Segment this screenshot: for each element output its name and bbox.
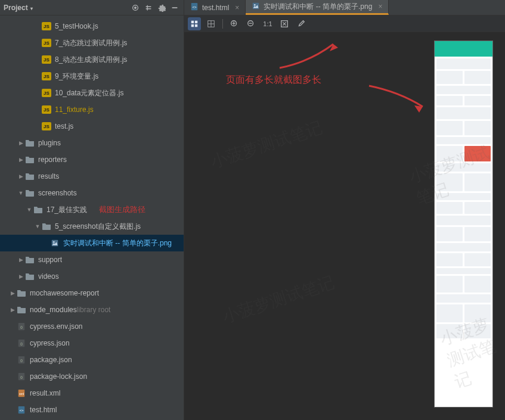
tree-item[interactable]: screenshots xyxy=(0,185,184,201)
zoom-out-icon[interactable] xyxy=(244,17,258,30)
svg-text:{}: {} xyxy=(20,325,23,329)
tree-item-label: reporters xyxy=(38,155,67,164)
tree-item[interactable]: 实时调试和中断 -- 简单的栗子.png xyxy=(0,235,184,251)
tree-arrow-icon[interactable] xyxy=(18,173,24,179)
preview-header xyxy=(435,41,492,57)
grid-blue-icon[interactable] xyxy=(188,17,201,30)
tree-item-label: 8_动态生成测试用例.js xyxy=(55,55,127,65)
tree-arrow-icon[interactable] xyxy=(18,140,24,146)
tree-item[interactable]: <>test.html xyxy=(0,402,184,418)
tab-label: 实时调试和中断 -- 简单的栗子.png xyxy=(264,2,372,12)
svg-rect-21 xyxy=(195,20,197,23)
tree-arrow-icon[interactable] xyxy=(18,157,24,163)
svg-text:{}: {} xyxy=(20,341,23,346)
project-header: Project▾ xyxy=(0,0,184,15)
svg-rect-18 xyxy=(253,2,259,9)
tree-item-label: 10_data元素定位器.js xyxy=(55,88,123,98)
tree-item[interactable]: reporters xyxy=(0,151,184,168)
tree-arrow-icon[interactable] xyxy=(18,273,24,279)
tree-arrow-icon[interactable] xyxy=(35,223,41,229)
tree-item-label: test.js xyxy=(55,122,73,130)
collapse-icon[interactable] xyxy=(143,2,154,13)
tree-arrow-icon[interactable] xyxy=(18,190,24,196)
watermark: 小菠萝测试笔记 xyxy=(219,271,337,329)
tree-item[interactable]: {}cypress.json xyxy=(0,335,184,351)
annotation-arrow-up xyxy=(274,38,345,74)
tree-item[interactable]: videos xyxy=(0,268,184,285)
annotation-caption: 页面有多长就截图多长 xyxy=(226,74,321,86)
eyedropper-icon[interactable] xyxy=(295,17,308,30)
watermark: 小菠萝测试笔记 xyxy=(207,116,326,174)
tree-arrow-icon[interactable] xyxy=(10,290,16,296)
svg-point-3 xyxy=(53,241,55,243)
tree-item[interactable]: JStest.js xyxy=(0,118,184,135)
tree-item[interactable]: JS7_动态跳过测试用例.js xyxy=(0,35,184,51)
project-sidebar: Project▾ JS5_testHook.jsJS7_动态跳过测试用例.jsJ… xyxy=(0,0,184,420)
svg-rect-22 xyxy=(191,24,194,26)
tree-arrow-icon[interactable] xyxy=(26,207,32,213)
tree-item[interactable]: {}package.json xyxy=(0,351,184,368)
tree-item[interactable]: JS8_动态生成测试用例.js xyxy=(0,51,184,68)
tree-item[interactable]: plugins xyxy=(0,135,184,151)
tree-item-label: cypress.json xyxy=(30,339,70,347)
tree-item-label: package-lock.json xyxy=(30,372,87,381)
tree-item-label: 5_testHook.js xyxy=(55,22,98,30)
image-preview xyxy=(434,41,493,407)
tree-item[interactable]: JS10_data元素定位器.js xyxy=(0,85,184,101)
fit-icon[interactable] xyxy=(278,17,291,30)
tree-item[interactable]: JS9_环境变量.js xyxy=(0,68,184,85)
image-toolbar: 1:1 xyxy=(184,15,505,32)
tree-item-label: package.json xyxy=(30,356,72,364)
tree-item-label: node_modules xyxy=(30,306,77,314)
tree-item[interactable]: mochawesome-report xyxy=(0,285,184,301)
target-icon[interactable] xyxy=(130,2,141,13)
html-icon: <> xyxy=(190,4,199,12)
svg-rect-23 xyxy=(195,24,197,26)
tree-item[interactable]: {}package-lock.json xyxy=(0,368,184,385)
tree-item-label: 17_最佳实践 xyxy=(47,205,87,215)
svg-point-19 xyxy=(254,4,256,5)
tree-item-label: cypress.env.json xyxy=(30,322,82,331)
minimize-icon[interactable] xyxy=(169,2,180,13)
tree-item[interactable]: xmlresult.xml xyxy=(0,385,184,402)
tree-item[interactable]: {}cypress.env.json xyxy=(0,318,184,335)
tree-item[interactable]: results xyxy=(0,168,184,185)
tree-item-label: test.html xyxy=(30,406,57,414)
preview-body xyxy=(435,57,492,340)
gear-icon[interactable] xyxy=(156,2,167,13)
svg-rect-20 xyxy=(191,20,194,23)
tree-item[interactable]: JS11_fixture.js xyxy=(0,101,184,118)
close-icon[interactable]: × xyxy=(235,4,239,12)
svg-text:{}: {} xyxy=(20,358,23,362)
tree-item[interactable]: 17_最佳实践截图生成路径 xyxy=(0,201,184,218)
svg-text:<>: <> xyxy=(192,5,197,9)
tree-item-label: plugins xyxy=(38,139,61,147)
editor-tabs: <>test.html×实时调试和中断 -- 简单的栗子.png× xyxy=(184,0,505,15)
tree-item-label: 9_环境变量.js xyxy=(55,71,98,82)
close-icon[interactable]: × xyxy=(378,2,382,11)
tree-item-label: 7_动态跳过测试用例.js xyxy=(55,38,127,48)
project-title[interactable]: Project▾ xyxy=(4,4,33,12)
editor-tab[interactable]: <>test.html× xyxy=(184,0,246,15)
svg-rect-2 xyxy=(52,240,58,247)
tree-item[interactable]: 5_screenshot自定义截图.js xyxy=(0,218,184,235)
tree-item[interactable]: node_modules library root xyxy=(0,301,184,318)
tree-item[interactable]: support xyxy=(0,251,184,268)
image-canvas[interactable]: 页面有多长就截图多长 xyxy=(184,32,505,420)
svg-text:<>: <> xyxy=(19,408,24,412)
svg-text:xml: xml xyxy=(19,392,24,396)
grid-icon[interactable] xyxy=(205,17,218,30)
svg-text:{}: {} xyxy=(20,375,23,379)
tree-arrow-icon[interactable] xyxy=(18,257,24,263)
tree-arrow-icon[interactable] xyxy=(10,307,16,313)
tree-item-label: results xyxy=(38,172,59,181)
zoom-in-icon[interactable] xyxy=(228,17,241,30)
zoom-reset-button[interactable]: 1:1 xyxy=(261,17,274,30)
tree-item[interactable]: JS5_testHook.js xyxy=(0,18,184,35)
tree-item-label: 实时调试和中断 -- 简单的栗子.png xyxy=(63,238,172,248)
editor-tab[interactable]: 实时调试和中断 -- 简单的栗子.png× xyxy=(246,0,389,15)
svg-point-1 xyxy=(135,7,137,8)
png-icon xyxy=(252,2,260,11)
annotation-arrow-right xyxy=(363,80,435,116)
tree-item-label: result.xml xyxy=(30,389,60,397)
